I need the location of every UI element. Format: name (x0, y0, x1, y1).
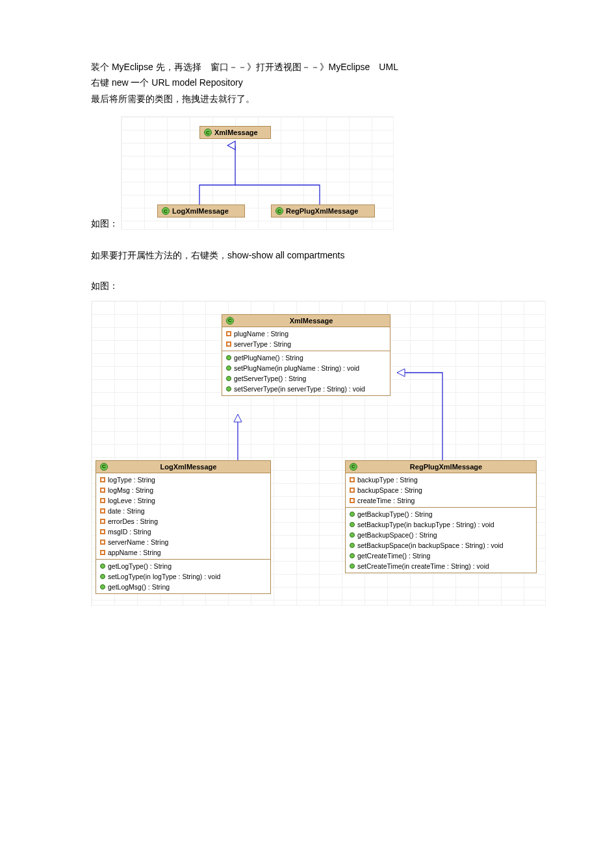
attribute-icon (100, 550, 105, 555)
method-text: setBackupType(in backupType : String) : … (357, 521, 494, 528)
figure-1-label: 如图： (91, 218, 118, 230)
class-name: LogXmlMessage (110, 463, 266, 471)
methods-section: getBackupType() : StringsetBackupType(in… (346, 508, 536, 573)
class-icon: C (350, 463, 357, 471)
method-text: getLogType() : String (108, 562, 172, 570)
figure-2-label: 如图： (91, 279, 523, 293)
attribute-text: date : String (108, 507, 145, 515)
attribute-icon (350, 498, 355, 503)
attribute-row: backupType : String (346, 475, 536, 485)
attribute-row: serverType : String (222, 339, 390, 349)
attribute-text: createTime : String (357, 497, 415, 504)
attribute-icon (100, 498, 105, 503)
method-row: getLogType() : String (96, 561, 270, 571)
intro-line-3: 最后将所需要的类图，拖拽进去就行了。 (91, 92, 523, 106)
method-icon (226, 386, 231, 391)
attribute-text: appName : String (108, 549, 161, 556)
attributes-section: logType : StringlogMsg : StringlogLeve :… (96, 473, 270, 560)
method-icon (100, 584, 105, 589)
class-regplugxmlmessage[interactable]: C RegPlugXmlMessage (271, 205, 375, 217)
attribute-row: date : String (96, 506, 270, 516)
class-icon: C (204, 129, 212, 136)
method-text: getCreateTime() : String (357, 552, 430, 560)
class-xmlmessage[interactable]: C XmlMessage (199, 126, 271, 139)
methods-section: getPlugName() : StringsetPlugName(in plu… (222, 351, 390, 395)
class-icon: C (162, 207, 170, 215)
method-row: getPlugName() : String (222, 353, 390, 363)
attribute-row: serverName : String (96, 537, 270, 547)
class-xmlmessage-detailed[interactable]: C XmlMessage plugName : StringserverType… (222, 314, 390, 396)
method-row: getBackupSpace() : String (346, 530, 536, 540)
method-icon (350, 522, 355, 527)
attribute-text: logMsg : String (108, 486, 153, 494)
method-row: setServerType(in serverType : String) : … (222, 384, 390, 394)
method-text: getBackupSpace() : String (357, 531, 437, 539)
attribute-row: logLeve : String (96, 495, 270, 506)
attribute-text: plugName : String (234, 330, 288, 338)
class-logxmlmessage[interactable]: C LogXmlMessage (157, 205, 245, 217)
attribute-icon (100, 539, 105, 545)
class-logxmlmessage-detailed[interactable]: C LogXmlMessage logType : StringlogMsg :… (96, 460, 271, 594)
class-name: LogXmlMessage (172, 207, 240, 215)
attribute-icon (100, 508, 105, 514)
method-row: setLogType(in logType : String) : void (96, 571, 270, 582)
intro-line-2: 右键 new 一个 URL model Repository (91, 75, 523, 90)
attribute-text: errorDes : String (108, 517, 158, 525)
class-regplugxmlmessage-detailed[interactable]: C RegPlugXmlMessage backupType : Stringb… (345, 460, 537, 573)
attribute-icon (350, 477, 355, 482)
attributes-section: plugName : StringserverType : String (222, 327, 390, 351)
method-row: getBackupType() : String (346, 509, 536, 519)
class-name: RegPlugXmlMessage (286, 207, 370, 215)
class-name: XmlMessage (214, 129, 266, 136)
mid-text: 如果要打开属性方法的，右键类，show-show all compartment… (91, 248, 523, 262)
method-icon (226, 355, 231, 360)
method-row: setBackupSpace(in backupSpace : String) … (346, 540, 536, 551)
method-icon (100, 574, 105, 579)
method-icon (226, 366, 231, 371)
method-text: setLogType(in logType : String) : void (108, 573, 220, 580)
class-name: XmlMessage (237, 317, 386, 325)
method-text: getPlugName() : String (234, 354, 303, 362)
method-row: getServerType() : String (222, 373, 390, 384)
attribute-text: logType : String (108, 476, 155, 484)
attribute-text: backupSpace : String (357, 486, 422, 494)
attribute-row: plugName : String (222, 329, 390, 339)
attribute-row: appName : String (96, 547, 270, 558)
uml-diagram-simple: C XmlMessage C LogXmlMessage C RegPlugXm… (121, 116, 394, 230)
method-text: setBackupSpace(in backupSpace : String) … (357, 541, 504, 549)
attribute-text: serverType : String (234, 340, 291, 348)
method-row: getLogMsg() : String (96, 582, 270, 592)
attribute-text: logLeve : String (108, 497, 155, 504)
class-name: RegPlugXmlMessage (360, 463, 532, 471)
attribute-icon (100, 529, 105, 534)
method-text: getLogMsg() : String (108, 583, 170, 591)
attribute-text: serverName : String (108, 538, 168, 546)
attribute-icon (226, 341, 231, 347)
attribute-icon (100, 477, 105, 482)
methods-section: getLogType() : StringsetLogType(in logTy… (96, 560, 270, 593)
attribute-icon (350, 488, 355, 493)
attribute-icon (100, 488, 105, 493)
attribute-row: logMsg : String (96, 485, 270, 495)
method-row: setBackupType(in backupType : String) : … (346, 519, 536, 530)
method-icon (350, 543, 355, 548)
attribute-row: msgID : String (96, 527, 270, 537)
method-text: setServerType(in serverType : String) : … (234, 385, 365, 393)
method-row: setPlugName(in plugName : String) : void (222, 363, 390, 373)
method-text: setPlugName(in plugName : String) : void (234, 364, 359, 372)
attribute-icon (226, 331, 231, 336)
attributes-section: backupType : StringbackupSpace : Stringc… (346, 473, 536, 508)
attribute-text: msgID : String (108, 528, 151, 536)
intro-line-1: 装个 MyEclipse 先，再选择 窗口－－》打开透视图－－》MyEclips… (91, 60, 523, 74)
method-icon (350, 532, 355, 538)
attribute-row: logType : String (96, 475, 270, 485)
uml-diagram-detailed: C XmlMessage plugName : StringserverType… (91, 301, 546, 606)
attribute-row: createTime : String (346, 495, 536, 506)
method-icon (226, 376, 231, 381)
method-icon (350, 512, 355, 517)
method-row: getCreateTime() : String (346, 551, 536, 561)
class-icon: C (100, 463, 108, 471)
method-text: getServerType() : String (234, 375, 306, 382)
method-icon (100, 564, 105, 569)
attribute-row: errorDes : String (96, 516, 270, 527)
